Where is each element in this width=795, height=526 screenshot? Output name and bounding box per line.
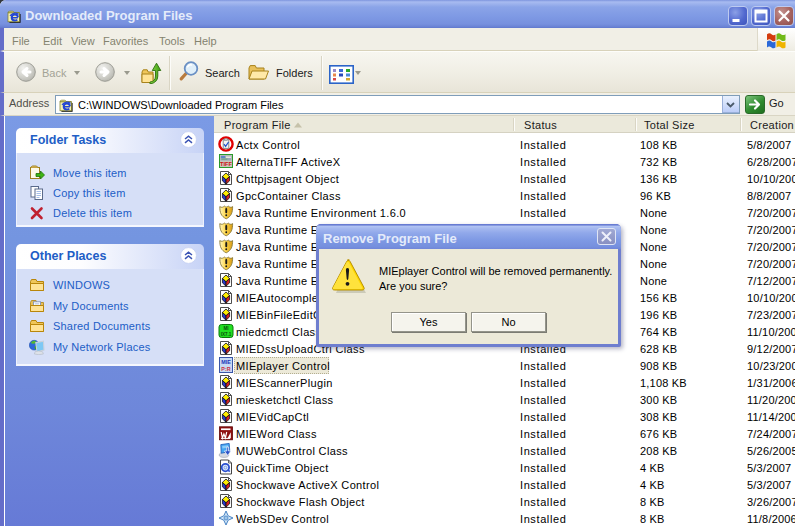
svg-text:TIFF: TIFF (220, 161, 232, 167)
svg-text:MI: MI (223, 326, 228, 331)
svg-text:IX7.1: IX7.1 (221, 332, 232, 337)
svg-text:P:R: P:R (221, 366, 230, 372)
svg-text:MIE: MIE (221, 359, 231, 365)
